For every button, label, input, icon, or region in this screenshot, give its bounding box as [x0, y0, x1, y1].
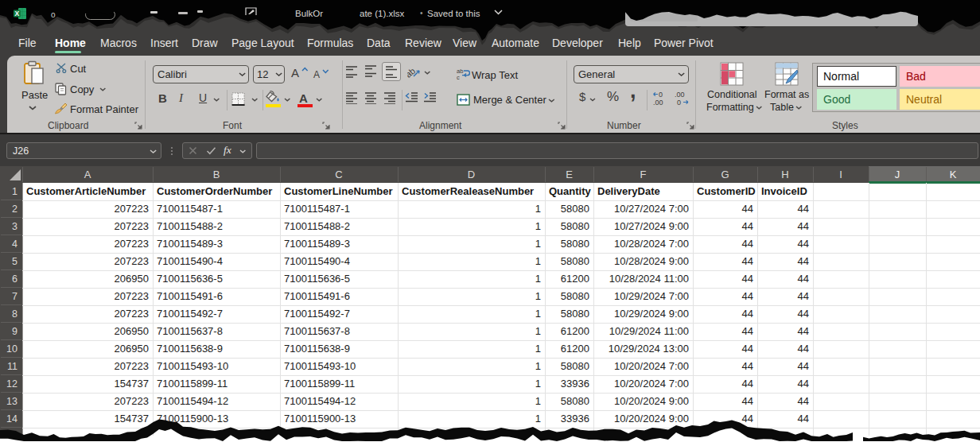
svg-text:ab: ab — [407, 66, 417, 79]
svg-text:0: 0 — [659, 91, 663, 99]
svg-text:0: 0 — [677, 99, 681, 106]
svg-text:.00: .00 — [675, 91, 685, 99]
svg-text:c: c — [457, 74, 460, 80]
svg-text:.00: .00 — [653, 99, 663, 106]
